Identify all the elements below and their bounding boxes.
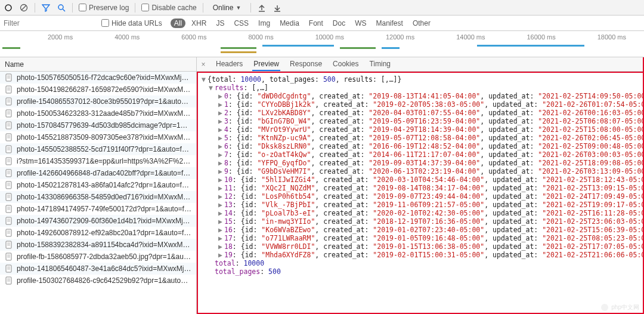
svg-rect-15: [6, 98, 11, 105]
separator: [72, 3, 73, 13]
request-row[interactable]: photo-1471894174957-749fe500172d?dpr=1&a…: [0, 203, 196, 215]
doc-icon: [5, 157, 13, 165]
filter-input[interactable]: [4, 19, 93, 27]
request-list-pane: Name photo-1505765050516-f72dcac9c60e?ix…: [0, 57, 197, 314]
tab-cookies[interactable]: Cookies: [332, 57, 360, 71]
upload-har-icon[interactable]: [257, 3, 267, 13]
request-row[interactable]: photo-1450212878143-a86fa014afc2?dpr=1&a…: [0, 179, 196, 191]
request-name: photo-1455052388552-5cd7191f40f7?dpr=1&a…: [17, 145, 191, 153]
request-name: photo-1588392382834-a891154bca4d?ixid=MX…: [17, 241, 191, 249]
type-chip-all[interactable]: All: [171, 19, 185, 28]
disable-cache-checkbox[interactable]: Disable cache: [141, 4, 196, 12]
request-name: photo-1418065460487-3e41a6c84dc5?ixid=MX…: [17, 264, 191, 273]
svg-rect-59: [6, 229, 11, 236]
timeline-tick: 12000 ms: [386, 33, 414, 41]
type-chip-media[interactable]: Media: [276, 19, 303, 28]
throttling-select[interactable]: Online ▼: [209, 4, 245, 12]
doc-icon: [5, 133, 13, 141]
main-split: Name photo-1505765050516-f72dcac9c60e?ix…: [0, 57, 644, 314]
svg-rect-47: [6, 193, 11, 201]
request-row[interactable]: photo-1418065460487-3e41a6c84dc5?ixid=MX…: [0, 263, 196, 275]
timeline-marks: [0, 45, 644, 53]
type-chip-manifest[interactable]: Manifest: [373, 19, 407, 28]
svg-rect-27: [6, 134, 11, 141]
close-icon[interactable]: ×: [199, 60, 208, 69]
request-row[interactable]: photo-1588392382834-a891154bca4d?ixid=MX…: [0, 239, 196, 251]
doc-icon: [5, 145, 13, 153]
separator: [135, 3, 135, 13]
svg-point-0: [5, 5, 11, 11]
request-row[interactable]: photo-1455052388552-5cd7191f40f7?dpr=1&a…: [0, 143, 196, 155]
doc-icon: [5, 264, 13, 273]
preserve-log-checkbox[interactable]: Preserve log: [79, 4, 129, 12]
filter-bar: Hide data URLs AllXHRJSCSSImgMediaFontDo…: [0, 16, 644, 31]
tab-response[interactable]: Response: [289, 57, 323, 71]
tab-preview[interactable]: Preview: [252, 57, 280, 71]
request-name: photo-1570845779639-4d503db985dcimage?dp…: [17, 121, 191, 130]
detail-tabs: × HeadersPreviewResponseCookiesTiming: [197, 57, 643, 72]
request-row[interactable]: i?stm=1614353599371&e=pp&url=https%3A%2F…: [0, 155, 196, 167]
request-row[interactable]: photo-1497436072909-60f360e1d4b1?ixid=MX…: [0, 215, 196, 227]
timeline-ticks: 2000 ms4000 ms6000 ms8000 ms10000 ms1200…: [0, 31, 644, 41]
request-row[interactable]: photo-1505765050516-f72dcac9c60e?ixid=MX…: [0, 72, 196, 84]
svg-rect-35: [6, 158, 11, 165]
request-name: profile-1540865537012-80ce3b955019?dpr=1…: [17, 97, 191, 106]
preview-json[interactable]: ▼{total: 10000, total_pages: 500, result…: [197, 72, 643, 313]
type-chip-js[interactable]: JS: [212, 19, 228, 28]
type-chip-ws[interactable]: WS: [351, 19, 370, 28]
disable-cache-input[interactable]: [141, 4, 149, 11]
doc-icon: [5, 169, 13, 177]
request-name: photo-1455218873509-8097305ee378?ixid=MX…: [17, 133, 191, 141]
request-row[interactable]: photo-1500534623283-312aade485b7?ixid=MX…: [0, 107, 196, 119]
tab-headers[interactable]: Headers: [215, 57, 244, 71]
request-row[interactable]: photo-1504198266287-1659872e6590?ixid=MX…: [0, 84, 196, 96]
filter-icon[interactable]: [41, 3, 51, 13]
request-row[interactable]: profile-1503027684826-c9c642529b92?dpr=1…: [0, 275, 196, 287]
request-name: profile-1503027684826-c9c642529b92?dpr=1…: [17, 276, 191, 285]
timeline-tick: 8000 ms: [248, 33, 273, 41]
request-list[interactable]: photo-1505765050516-f72dcac9c60e?ixid=MX…: [0, 72, 196, 314]
type-chip-doc[interactable]: Doc: [329, 19, 349, 28]
doc-icon: [5, 229, 13, 237]
type-chip-font[interactable]: Font: [305, 19, 327, 28]
request-row[interactable]: photo-1492600878912-ef92a8bc20a1?dpr=1&a…: [0, 227, 196, 239]
hide-data-urls-input[interactable]: [101, 19, 109, 27]
clear-icon[interactable]: [19, 3, 29, 13]
separator: [250, 3, 251, 13]
request-row[interactable]: profile-1426604966848-d7adac402bff?dpr=1…: [0, 167, 196, 179]
doc-icon: [5, 253, 13, 261]
preserve-log-input[interactable]: [79, 4, 86, 11]
svg-rect-51: [6, 205, 11, 213]
doc-icon: [5, 193, 13, 201]
request-row[interactable]: photo-1433086966358-54859d0ed716?ixid=MX…: [0, 191, 196, 203]
tab-timing[interactable]: Timing: [368, 57, 392, 71]
type-chip-css[interactable]: CSS: [230, 19, 252, 28]
type-chip-img[interactable]: Img: [255, 19, 274, 28]
svg-line-4: [63, 9, 65, 11]
download-har-icon[interactable]: [273, 3, 282, 13]
type-chip-other[interactable]: Other: [409, 19, 434, 28]
request-row[interactable]: photo-1570845779639-4d503db985dcimage?dp…: [0, 119, 196, 131]
request-name: photo-1500534623283-312aade485b7?ixid=MX…: [17, 109, 191, 118]
request-name: photo-1492600878912-ef92a8bc20a1?dpr=1&a…: [17, 229, 191, 237]
search-icon[interactable]: [57, 3, 66, 13]
disable-cache-label: Disable cache: [151, 4, 196, 12]
request-name: photo-1471894174957-749fe500172d?dpr=1&a…: [17, 205, 191, 213]
hide-data-urls-label: Hide data URLs: [112, 19, 162, 27]
request-list-header[interactable]: Name: [0, 57, 196, 72]
request-row[interactable]: photo-1455218873509-8097305ee378?ixid=MX…: [0, 131, 196, 143]
record-toggle[interactable]: [4, 3, 13, 13]
timeline-overview[interactable]: 2000 ms4000 ms6000 ms8000 ms10000 ms1200…: [0, 31, 644, 57]
type-filter-chips: AllXHRJSCSSImgMediaFontDocWSManifestOthe…: [171, 19, 434, 28]
doc-icon: [5, 73, 13, 82]
svg-rect-23: [6, 122, 11, 129]
request-row[interactable]: profile-fb-1586085977-2dbda32aeb50.jpg?d…: [0, 251, 196, 263]
svg-rect-19: [6, 110, 11, 117]
request-row[interactable]: profile-1540865537012-80ce3b955019?dpr=1…: [0, 96, 196, 107]
hide-data-urls-checkbox[interactable]: Hide data URLs: [101, 19, 162, 27]
type-chip-xhr[interactable]: XHR: [188, 19, 210, 28]
svg-rect-39: [6, 170, 11, 177]
svg-rect-67: [6, 253, 11, 260]
svg-rect-63: [6, 241, 11, 248]
svg-line-2: [21, 5, 26, 10]
